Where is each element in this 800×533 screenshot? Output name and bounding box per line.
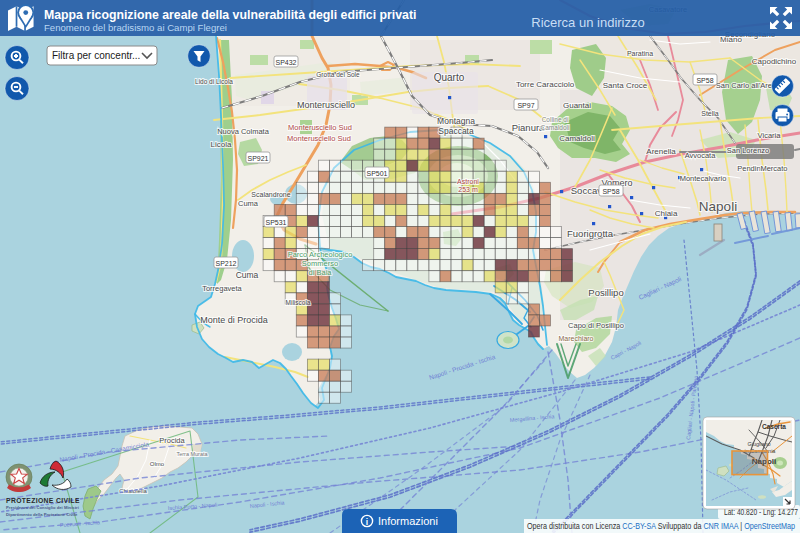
svg-text:SP58: SP58 <box>696 77 713 84</box>
svg-text:Camaldoli: Camaldoli <box>559 134 595 143</box>
svg-text:Cuma: Cuma <box>236 270 259 280</box>
svg-text:Torregaveta: Torregaveta <box>202 284 242 293</box>
svg-text:Monterusciello Sud: Monterusciello Sud <box>287 134 351 143</box>
svg-text:Torre Caracciolo: Torre Caracciolo <box>516 80 575 89</box>
svg-text:Capo di Posillipo: Capo di Posillipo <box>568 321 624 330</box>
svg-text:Parco Archeologico: Parco Archeologico <box>288 250 353 259</box>
svg-text:Arenella: Arenella <box>646 147 676 156</box>
svg-text:San Lorenzo: San Lorenzo <box>727 146 770 155</box>
svg-text:Fenomeno del bradisismo ai Cam: Fenomeno del bradisismo ai Campi Flegrei <box>44 22 227 33</box>
svg-text:Santa Croce: Santa Croce <box>603 81 648 90</box>
svg-text:SP97: SP97 <box>517 102 534 109</box>
svg-text:Stella: Stella <box>701 110 719 117</box>
svg-text:Posillipo: Posillipo <box>588 287 623 298</box>
svg-text:Chiaia: Chiaia <box>655 209 678 218</box>
svg-text:Fuorigrotta: Fuorigrotta <box>567 228 614 239</box>
svg-text:Miliscola: Miliscola <box>286 299 311 306</box>
svg-text:Chiaiolella: Chiaiolella <box>119 488 147 494</box>
svg-text:Vicaria: Vicaria <box>758 131 782 140</box>
svg-text:Cuma: Cuma <box>238 199 259 208</box>
svg-text:Astroni: Astroni <box>457 178 479 185</box>
svg-text:253 m: 253 m <box>458 186 478 193</box>
svg-text:Montecalvario: Montecalvario <box>680 174 727 183</box>
svg-text:SP531: SP531 <box>265 219 286 226</box>
svg-text:Montagna: Montagna <box>437 116 475 126</box>
svg-text:Mappa ricognizione areale dell: Mappa ricognizione areale della vulnerab… <box>44 8 416 22</box>
svg-text:Presidenza del Consiglio dei M: Presidenza del Consiglio dei Ministri <box>6 505 79 510</box>
svg-text:Ricerca un indirizzo: Ricerca un indirizzo <box>531 15 644 30</box>
svg-text:Informazioni: Informazioni <box>378 515 438 527</box>
svg-text:PROTEZIONE CIVILE: PROTEZIONE CIVILE <box>6 497 80 504</box>
svg-text:Lido di Licola: Lido di Licola <box>195 78 233 85</box>
svg-text:Paratina: Paratina <box>627 50 653 57</box>
svg-text:Capodichino: Capodichino <box>752 57 797 66</box>
svg-text:Procida: Procida <box>159 436 185 445</box>
svg-text:Avvocata: Avvocata <box>685 151 717 160</box>
svg-text:Colline di: Colline di <box>542 116 569 123</box>
svg-text:Mercato: Mercato <box>760 164 787 173</box>
svg-text:Spaccata: Spaccata <box>438 126 474 136</box>
svg-text:Monterusciello: Monterusciello <box>297 100 355 110</box>
svg-text:SP212: SP212 <box>215 260 236 267</box>
svg-text:i: i <box>366 517 368 527</box>
svg-text:Marechiaro: Marechiaro <box>558 335 593 342</box>
svg-text:SP58: SP58 <box>602 188 619 195</box>
svg-text:Caserta: Caserta <box>762 423 786 430</box>
svg-text:Giugliano: Giugliano <box>747 441 770 447</box>
svg-text:Camaldoli: Camaldoli <box>541 124 570 131</box>
svg-text:SP432: SP432 <box>275 59 296 66</box>
svg-text:Opera distribuita con Licenza: Opera distribuita con Licenza CC-BY-SA S… <box>527 521 795 531</box>
svg-text:Quarto: Quarto <box>434 72 465 83</box>
svg-text:Olmo: Olmo <box>150 461 165 467</box>
svg-text:Grotta del Sole: Grotta del Sole <box>316 71 360 78</box>
svg-text:Nuova Colmata: Nuova Colmata <box>217 127 270 136</box>
svg-text:Sommerso: Sommerso <box>302 259 338 268</box>
svg-text:SP501: SP501 <box>366 170 387 177</box>
svg-text:Filtra per concentr...: Filtra per concentr... <box>52 50 140 61</box>
svg-text:Monte di Procida: Monte di Procida <box>200 315 268 325</box>
svg-text:Guantai: Guantai <box>563 101 591 110</box>
svg-text:Monterusciello Sud: Monterusciello Sud <box>288 123 352 132</box>
svg-text:Dipartimento della Protezione: Dipartimento della Protezione Civile <box>6 512 78 517</box>
svg-text:di Baia: di Baia <box>309 268 333 277</box>
svg-text:Scalandrone: Scalandrone <box>251 191 290 198</box>
svg-text:Licola: Licola <box>211 140 232 149</box>
svg-text:Terra Murata: Terra Murata <box>176 451 208 457</box>
svg-text:SP921: SP921 <box>247 155 268 162</box>
svg-text:Napoli: Napoli <box>699 199 737 214</box>
